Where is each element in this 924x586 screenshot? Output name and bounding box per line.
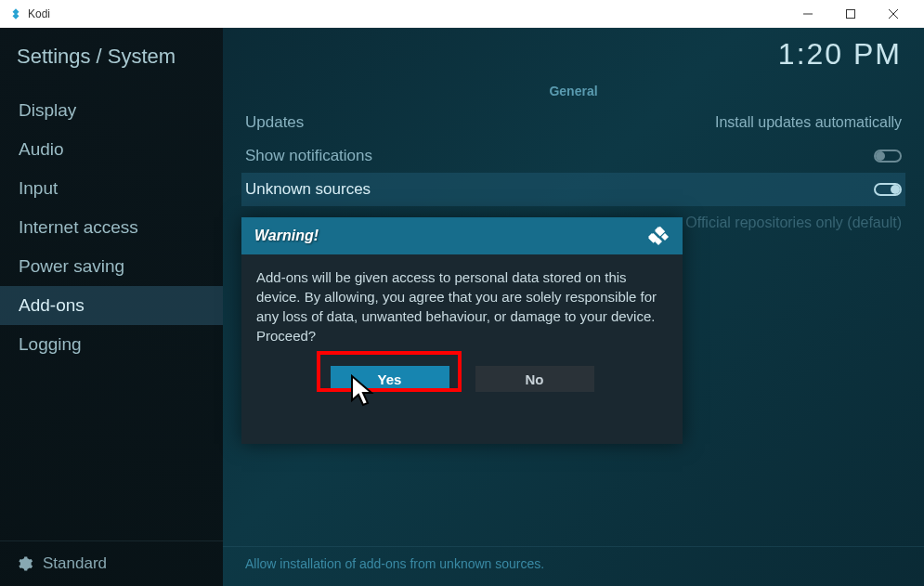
setting-show-notifications[interactable]: Show notifications bbox=[241, 139, 905, 173]
setting-unknown-sources[interactable]: Unknown sources bbox=[241, 173, 905, 206]
setting-label: Show notifications bbox=[245, 147, 372, 165]
sidebar-item-label: Logging bbox=[19, 334, 82, 354]
settings-level[interactable]: Standard bbox=[0, 540, 223, 586]
maximize-button[interactable] bbox=[829, 0, 872, 28]
svg-rect-1 bbox=[847, 9, 855, 18]
sidebar-item-audio[interactable]: Audio bbox=[0, 130, 223, 169]
sidebar-item-internet-access[interactable]: Internet access bbox=[0, 208, 223, 247]
sidebar-item-logging[interactable]: Logging bbox=[0, 325, 223, 364]
kodi-logo-icon bbox=[9, 7, 22, 20]
sidebar-item-add-ons[interactable]: Add-ons bbox=[0, 286, 223, 325]
settings-level-label: Standard bbox=[43, 554, 107, 573]
button-label: Yes bbox=[378, 371, 402, 387]
breadcrumb: Settings / System bbox=[0, 28, 223, 91]
sidebar: Settings / System Display Audio Input In… bbox=[0, 28, 223, 586]
setting-value: Install updates automatically bbox=[715, 114, 902, 131]
setting-updates[interactable]: Updates Install updates automatically bbox=[241, 106, 905, 139]
sidebar-item-power-saving[interactable]: Power saving bbox=[0, 247, 223, 286]
setting-label: Unknown sources bbox=[245, 180, 371, 199]
window-titlebar: Kodi bbox=[0, 0, 924, 28]
window-title: Kodi bbox=[28, 7, 787, 20]
dialog-header: Warning! bbox=[241, 217, 683, 254]
sidebar-item-label: Add-ons bbox=[19, 295, 85, 315]
dialog-buttons: Yes No bbox=[241, 358, 683, 444]
sidebar-items: Display Audio Input Internet access Powe… bbox=[0, 91, 223, 540]
gear-icon bbox=[17, 555, 33, 572]
button-label: No bbox=[526, 371, 544, 387]
minimize-button[interactable] bbox=[787, 0, 829, 28]
sidebar-item-label: Display bbox=[19, 100, 76, 120]
sidebar-item-label: Audio bbox=[19, 139, 64, 159]
sidebar-item-label: Internet access bbox=[19, 217, 138, 237]
setting-label: Updates bbox=[245, 113, 304, 132]
no-button[interactable]: No bbox=[475, 366, 594, 392]
warning-dialog: Warning! Add-ons will be given access to… bbox=[241, 217, 683, 444]
dialog-message: Add-ons will be given access to personal… bbox=[241, 254, 683, 358]
yes-button[interactable]: Yes bbox=[331, 366, 449, 392]
kodi-logo-icon bbox=[647, 225, 670, 247]
close-button[interactable] bbox=[872, 0, 915, 28]
sidebar-item-label: Power saving bbox=[19, 256, 124, 276]
toggle-on-icon[interactable] bbox=[874, 183, 902, 196]
sidebar-item-display[interactable]: Display bbox=[0, 91, 223, 130]
section-header: General bbox=[241, 84, 905, 98]
clock: 1:20 PM bbox=[778, 37, 902, 72]
setting-value: Official repositories only (default) bbox=[685, 215, 902, 231]
dialog-title: Warning! bbox=[254, 228, 319, 244]
sidebar-item-label: Input bbox=[19, 178, 58, 198]
window-controls bbox=[787, 0, 915, 28]
toggle-off-icon[interactable] bbox=[874, 150, 902, 163]
status-description: Allow installation of add-ons from unkno… bbox=[223, 546, 924, 586]
sidebar-item-input[interactable]: Input bbox=[0, 169, 223, 208]
